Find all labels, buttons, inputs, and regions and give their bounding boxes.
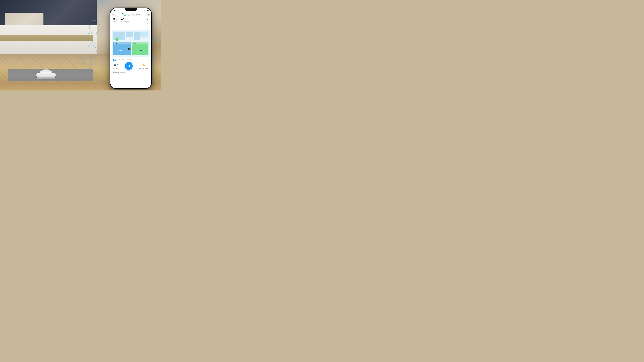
battery-row: 60% AUTO Cleaning <box>112 15 150 16</box>
tab-area[interactable]: Area <box>113 58 116 61</box>
map-view-controls: 📷 3D ⊗ <box>146 18 149 29</box>
cleaning-preference-label: Cleaning Preference <box>113 72 128 74</box>
area-stat: 48 m² Area Cleaned <box>121 18 129 29</box>
bed-platform <box>0 35 94 41</box>
duration-label: Duration <box>113 21 118 22</box>
signal-icon: ▐▌▌ <box>144 10 146 11</box>
robot-bottom <box>37 77 55 79</box>
battery-status-icon: ▮ <box>148 10 149 11</box>
area-value-row: 48 m² <box>121 18 129 21</box>
return-to-station-icon <box>142 63 146 67</box>
area-value: 48 <box>121 18 124 20</box>
video-view-button[interactable]: 📷 <box>146 18 149 21</box>
settings-button[interactable]: ⊙ <box>147 13 150 16</box>
tab-auto[interactable]: AUTO <box>119 58 124 61</box>
svg-text:⚡: ⚡ <box>116 39 118 40</box>
area-label: Area Cleaned <box>121 21 129 22</box>
svg-rect-25 <box>114 65 116 65</box>
header-title: Vacuuming in progress <box>122 13 140 15</box>
return-to-station-button[interactable]: Return to Station <box>139 63 148 69</box>
cleaning-preference-section: Cleaning Preference <box>110 71 152 75</box>
svg-text:Room A: Room A <box>118 50 122 51</box>
bed-frame <box>0 0 96 63</box>
svg-rect-26 <box>114 65 116 66</box>
return-to-station-label: Return to Station <box>139 68 148 69</box>
svg-text:⊙ + ◈ ≡: ⊙ + ◈ ≡ <box>133 43 136 44</box>
edit-map-label: Edit Map <box>113 68 118 69</box>
svg-rect-5 <box>113 32 125 40</box>
robot-body <box>36 72 56 78</box>
layers-button[interactable]: ⊗ <box>146 26 149 29</box>
battery-indicator <box>124 15 127 16</box>
status-icons: ▐▌▌ ▲ ▮ <box>144 10 149 11</box>
phone-wrapper: 9:41 ▐▌▌ ▲ ▮ < Vacuuming in progress <box>110 7 152 89</box>
back-button[interactable]: < <box>112 13 114 16</box>
svg-rect-24 <box>114 64 116 64</box>
duration-value: 28 <box>113 18 116 20</box>
app-header: < Vacuuming in progress 60% AUTO Cleanin… <box>110 12 152 17</box>
svg-rect-27 <box>117 64 118 65</box>
svg-rect-29 <box>144 65 144 66</box>
header-title-row: Vacuuming in progress <box>112 13 150 15</box>
battery-percentage: 60% <box>128 15 130 16</box>
phone-frame: 9:41 ▐▌▌ ▲ ▮ < Vacuuming in progress <box>110 7 152 89</box>
phone-notch <box>125 7 137 11</box>
edit-map-button[interactable]: Edit Map <box>113 63 118 69</box>
area-unit: m² <box>125 19 126 20</box>
robot-vacuum <box>36 72 56 80</box>
tab-custom[interactable]: Custom <box>126 58 132 61</box>
edit-map-icon <box>113 63 118 67</box>
svg-text:Room B: Room B <box>138 50 142 51</box>
map-container: ⚡ ⊙ + ◈ ≡ Room A <box>112 30 150 57</box>
svg-rect-8 <box>140 32 148 37</box>
svg-rect-6 <box>126 32 133 37</box>
svg-rect-7 <box>134 32 140 40</box>
pause-button[interactable] <box>125 62 133 70</box>
floor-map: ⚡ ⊙ + ◈ ≡ Room A <box>112 30 150 57</box>
status-time: 9:41 <box>113 9 116 11</box>
svg-point-17 <box>129 49 130 50</box>
duration-stat: 28 min Duration <box>113 18 118 29</box>
wifi-icon: ▲ <box>147 10 148 11</box>
stats-row: 28 min Duration 48 m² Area Cleaned <box>110 17 152 30</box>
battery-fill <box>124 15 126 16</box>
cleaning-mode: AUTO Cleaning <box>130 15 138 16</box>
controls-row: Edit Map <box>110 61 152 71</box>
duration-value-row: 28 min <box>113 18 118 21</box>
svg-text:⊙ + ◈ ≡: ⊙ + ◈ ≡ <box>115 43 118 44</box>
app-content: < Vacuuming in progress 60% AUTO Cleanin… <box>110 12 152 88</box>
duration-unit: min <box>116 19 118 20</box>
pause-icon <box>128 65 130 67</box>
phone-screen: 9:41 ▐▌▌ ▲ ▮ < Vacuuming in progress <box>110 8 152 88</box>
settings-icon: ⊙ <box>148 14 149 15</box>
3d-view-button[interactable]: 3D <box>146 22 149 25</box>
tab-row: Area AUTO Custom <box>110 57 152 61</box>
